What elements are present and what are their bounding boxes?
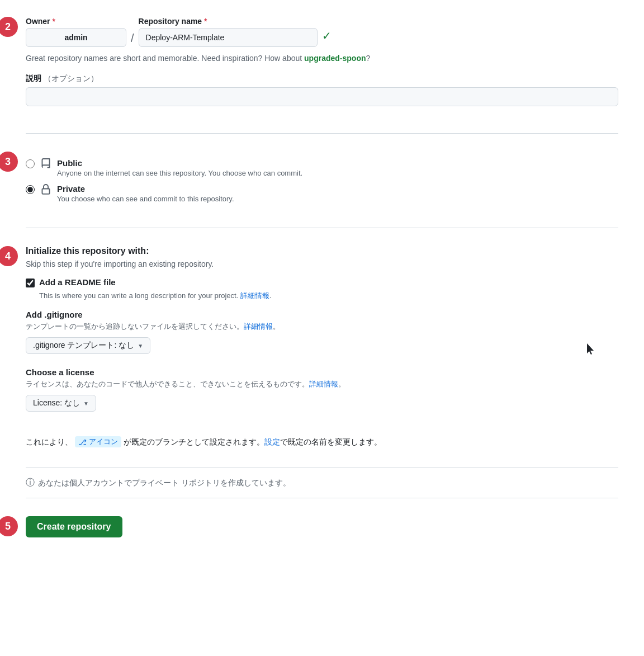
repo-required: * (204, 17, 207, 26)
suggestion-text: Great repository names are short and mem… (26, 54, 618, 63)
description-label: 説明 （オプション） (26, 74, 618, 84)
info-note: ⓘ あなたは個人アカウントでプライベート リポジトリを作成しています。 (26, 477, 618, 489)
license-desc: ライセンスは、あなたのコードで他人ができること、できないことを伝えるものです。詳… (26, 379, 618, 389)
repo-name-input[interactable] (139, 28, 318, 47)
branch-note: これにより、 ⎇ アイコン が既定のブランチとして設定されます。設定で既定の名前… (26, 436, 618, 447)
repo-valid-icon: ✓ (322, 29, 332, 43)
divider-3 (26, 468, 618, 468)
suggestion-link[interactable]: upgraded-spoon (304, 54, 366, 63)
private-icon (40, 184, 51, 199)
slash-divider: / (131, 32, 134, 44)
divider-1 (26, 133, 618, 134)
step-badge-5: 5 (0, 516, 18, 536)
divider-2 (26, 228, 618, 228)
description-input[interactable] (26, 87, 618, 106)
branch-badge-text: アイコン (89, 437, 118, 447)
public-icon (40, 158, 51, 173)
readme-desc: This is where you can write a long descr… (39, 291, 618, 301)
gitignore-desc: テンプレートの一覧から追跡しないファイルを選択してください。詳細情報。 (26, 322, 618, 332)
owner-required: * (52, 17, 55, 26)
init-subtitle: Skip this step if you're importing an ex… (26, 259, 618, 268)
step-badge-3: 3 (0, 152, 18, 172)
license-select-wrapper: License: なし ▼ (26, 395, 96, 412)
license-select-label: License: なし (33, 398, 80, 408)
readme-checkbox-row: Add a README file (26, 277, 618, 287)
license-title: Choose a license (26, 367, 618, 377)
cursor-indicator (585, 343, 596, 358)
readme-label: Add a README file (39, 277, 116, 287)
license-dropdown-arrow: ▼ (83, 400, 89, 407)
private-radio[interactable] (26, 185, 35, 194)
optional-label: （オプション） (44, 74, 98, 83)
info-icon: ⓘ (26, 477, 35, 489)
license-detail-link[interactable]: 詳細情報 (309, 380, 338, 388)
gitignore-detail-link[interactable]: 詳細情報 (244, 322, 273, 331)
branch-settings-link[interactable]: 設定 (264, 437, 280, 446)
private-option[interactable]: Private You choose who can see and commi… (26, 184, 618, 203)
gitignore-select-button[interactable]: .gitignore テンプレート: なし ▼ (26, 337, 150, 354)
public-radio[interactable] (26, 159, 35, 168)
public-option[interactable]: Public Anyone on the internet can see th… (26, 158, 618, 177)
readme-checkbox[interactable] (26, 279, 35, 287)
gitignore-select-wrapper: .gitignore テンプレート: なし ▼ (26, 337, 150, 354)
private-text: Private You choose who can see and commi… (57, 184, 234, 203)
step-badge-4: 4 (0, 246, 18, 266)
branch-badge: ⎇ アイコン (75, 436, 121, 447)
step-badge-2: 2 (0, 17, 18, 37)
owner-input[interactable] (26, 28, 126, 47)
license-select-button[interactable]: License: なし ▼ (26, 395, 96, 412)
owner-label: Owner * (26, 17, 126, 26)
init-title: Initialize this repository with: (26, 246, 618, 256)
readme-detail-link[interactable]: 詳細情報 (240, 291, 269, 300)
gitignore-dropdown-arrow: ▼ (138, 343, 143, 349)
divider-4 (26, 498, 618, 498)
gitignore-title: Add .gitignore (26, 310, 618, 319)
gitignore-select-label: .gitignore テンプレート: なし (33, 341, 134, 351)
public-text: Public Anyone on the internet can see th… (57, 158, 302, 177)
branch-icon: ⎇ (78, 438, 87, 446)
repo-name-label: Repository name * (139, 17, 332, 26)
create-section: 5 Create repository (26, 507, 618, 546)
create-repository-button[interactable]: Create repository (26, 516, 122, 537)
